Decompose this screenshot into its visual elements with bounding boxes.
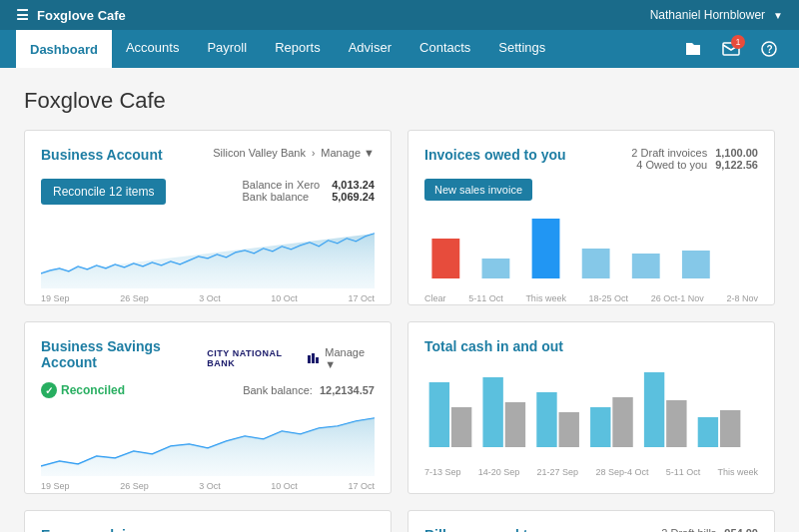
nav-adviser[interactable]: Adviser (335, 30, 405, 68)
draft-invoices-label: 2 Draft invoices (631, 147, 707, 159)
user-menu[interactable]: Nathaniel Hornblower ▼ (650, 8, 783, 22)
mail-button[interactable]: 1 (717, 35, 745, 63)
invoices-title: Invoices owed to you (424, 147, 566, 163)
help-button[interactable]: ? (755, 35, 783, 63)
cash-label-2: 14-20 Sep (478, 467, 520, 477)
menu-icon: ☰ (16, 7, 29, 23)
balance-xero-label: Balance in Xero (243, 179, 321, 191)
svg-rect-11 (482, 377, 502, 447)
savings-chart: 19 Sep 26 Sep 3 Oct 10 Oct 17 Oct (41, 406, 375, 476)
balance-bank-row: Bank balance 5,069.24 (243, 191, 376, 203)
inv-label-2: 5-11 Oct (468, 293, 503, 303)
business-bank-name: Silicon Valley Bank (213, 147, 306, 159)
svg-rect-20 (720, 410, 740, 447)
cash-label-6: This week (717, 467, 758, 477)
savings-balance-label: Bank balance: (243, 384, 313, 396)
expense-claims-card: Expense claims New receipt Your current … (24, 510, 392, 532)
balance-xero-row: Balance in Xero 4,013.24 (243, 179, 376, 191)
chart-label-5: 17 Oct (348, 293, 375, 303)
svg-rect-10 (451, 407, 471, 447)
chart-label-4: 10 Oct (271, 293, 298, 303)
user-name: Nathaniel Hornblower (650, 8, 765, 22)
owed-value: 9,122.56 (715, 159, 758, 171)
nav-payroll[interactable]: Payroll (193, 30, 261, 68)
svg-rect-18 (666, 400, 686, 447)
reconciled-badge: ✓ Reconciled (41, 382, 125, 398)
page-title: Foxglove Cafe (24, 88, 775, 114)
nav-dashboard[interactable]: Dashboard (16, 30, 112, 68)
svg-rect-3 (431, 239, 459, 278)
bills-title: Bills you need to pay (424, 527, 564, 532)
inv-label-6: 2-8 Nov (726, 293, 758, 303)
svg-rect-4 (482, 259, 510, 278)
savings-bank-manage: CITY NATIONAL BANK Manage ▼ (207, 346, 375, 370)
svg-text:?: ? (767, 44, 773, 55)
svg-rect-8 (682, 251, 710, 278)
bar2 (312, 353, 315, 363)
balance-section: Balance in Xero 4,013.24 Bank balance 5,… (243, 179, 376, 203)
svg-rect-5 (532, 219, 560, 278)
savings-header: Business Savings Account CITY NATIONAL B… (41, 338, 375, 378)
nav-settings[interactable]: Settings (484, 30, 559, 68)
reconcile-button[interactable]: Reconcile 12 items (41, 179, 166, 205)
svg-rect-14 (559, 412, 579, 447)
manage-link[interactable]: Manage ▼ (321, 147, 375, 159)
svg-rect-6 (582, 249, 610, 278)
nav-contacts[interactable]: Contacts (405, 30, 484, 68)
cash-label-4: 28 Sep-4 Oct (595, 467, 648, 477)
new-invoice-button[interactable]: New sales invoice (424, 179, 532, 201)
sav-label-4: 10 Oct (271, 481, 298, 491)
savings-chart-labels: 19 Sep 26 Sep 3 Oct 10 Oct 17 Oct (41, 481, 375, 491)
sav-label-3: 3 Oct (199, 481, 221, 491)
chart-label-1: 19 Sep (41, 293, 70, 303)
savings-account-card: Business Savings Account CITY NATIONAL B… (24, 321, 392, 494)
owed-label: 4 Owed to you (636, 159, 707, 171)
svg-rect-7 (632, 254, 660, 278)
brand: ☰ Foxglove Cafe (16, 7, 126, 23)
account-header: Business Account Silicon Valley Bank › M… (41, 147, 375, 171)
cash-label-5: 5-11 Oct (666, 467, 701, 477)
balance-bank-label: Bank balance (243, 191, 310, 203)
dashboard-grid: Business Account Silicon Valley Bank › M… (24, 130, 775, 532)
page-content: Foxglove Cafe Business Account Silicon V… (0, 68, 799, 532)
inv-label-4: 18-25 Oct (589, 293, 629, 303)
mail-badge: 1 (731, 35, 745, 49)
invoice-stats: 2 Draft invoices 1,100.00 4 Owed to you … (631, 147, 758, 171)
total-cash-chart: 7-13 Sep 14-20 Sep 21-27 Sep 28 Sep-4 Oc… (424, 362, 758, 477)
svg-rect-19 (698, 417, 718, 447)
savings-manage-link[interactable]: Manage ▼ (325, 346, 375, 370)
expense-claims-title: Expense claims (41, 527, 146, 532)
bills-stats: 2 Draft bills 954.00 6 Bills to pay 8,13… (645, 527, 758, 532)
bar3 (316, 357, 319, 363)
chart-label-2: 26 Sep (120, 293, 149, 303)
inv-label-1: Clear (424, 293, 446, 303)
nav-bar: Dashboard Accounts Payroll Reports Advis… (0, 30, 799, 68)
savings-balance: Bank balance: 12,2134.57 (243, 384, 375, 396)
draft-bills-value: 954.00 (724, 527, 758, 532)
balance-bank-value: 5,069.24 (332, 191, 375, 203)
account-bank-manage: Silicon Valley Bank › Manage ▼ (213, 147, 375, 159)
nav-actions: 1 ? (679, 30, 783, 68)
savings-balance-value: 12,2134.57 (320, 384, 375, 396)
user-chevron-icon: ▼ (773, 10, 783, 21)
files-button[interactable] (679, 35, 707, 63)
nav-accounts[interactable]: Accounts (112, 30, 193, 68)
bar1 (308, 355, 311, 363)
top-bar: ☰ Foxglove Cafe Nathaniel Hornblower ▼ (0, 0, 799, 30)
draft-bills-label: 2 Draft bills (661, 527, 716, 532)
sav-label-2: 26 Sep (120, 481, 149, 491)
bank-logo-bars (308, 353, 319, 363)
company-name: Foxglove Cafe (37, 8, 126, 23)
savings-title: Business Savings Account (41, 338, 207, 370)
invoices-chart-labels: Clear 5-11 Oct This week 18-25 Oct 26 Oc… (424, 293, 758, 303)
invoices-card: Invoices owed to you 2 Draft invoices 1,… (407, 130, 775, 305)
inv-label-5: 26 Oct-1 Nov (651, 293, 704, 303)
svg-rect-15 (590, 407, 610, 447)
nav-reports[interactable]: Reports (261, 30, 335, 68)
svg-rect-13 (536, 392, 556, 447)
cash-label-3: 21-27 Sep (537, 467, 579, 477)
balance-xero-value: 4,013.24 (332, 179, 375, 191)
sav-label-5: 17 Oct (348, 481, 375, 491)
svg-rect-12 (505, 402, 525, 447)
bills-header: Bills you need to pay 2 Draft bills 954.… (424, 527, 758, 532)
